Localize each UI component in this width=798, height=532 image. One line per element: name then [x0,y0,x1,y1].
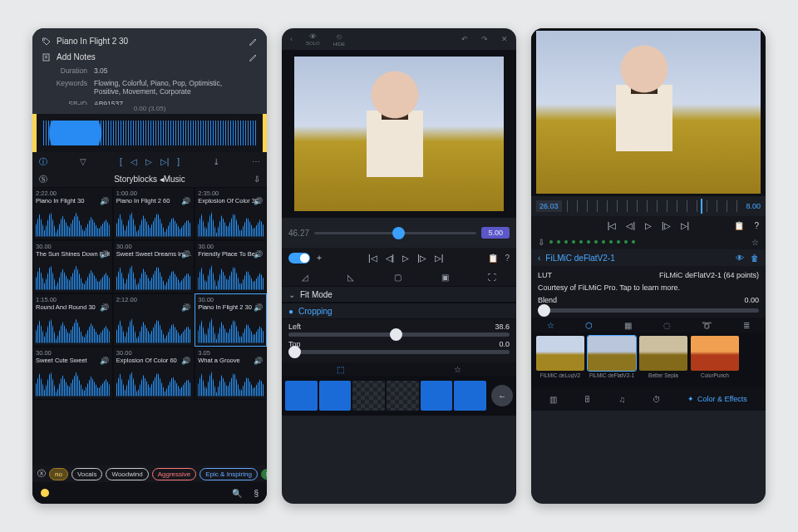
timeline-ruler[interactable]: 26.03 8.00 [531,196,766,216]
crop-tool-icon[interactable]: ⬚ [337,365,344,374]
layers-icon[interactable]: ≣ [743,321,750,330]
frame-thumb-empty[interactable] [387,381,419,411]
lut-header[interactable]: ‹ FiLMiC deFlatV2-1 👁 🗑 [531,249,766,266]
music-cell[interactable]: 2:35.00Explosion Of Color 30🔊 [195,187,267,240]
music-cell[interactable]: 30.00Sweet Sweet Dreams Ins...🔊 [113,240,195,293]
audio-icon[interactable]: ♫ [619,395,626,404]
info-icon[interactable]: ⓘ [39,156,47,168]
source-badge[interactable]: Ⓢ [39,174,47,185]
left-slider[interactable] [288,332,510,337]
aspect-icon[interactable]: ▣ [441,273,449,282]
music-grid[interactable]: 2:22.00Piano In Flight 30🔊 1:00.00Piano … [32,187,267,466]
mixer-icon[interactable]: 🎚 [584,395,592,404]
music-cell[interactable]: 30.00Sweet Cute Sweet🔊 [32,347,113,400]
chip[interactable]: Aggressive [152,468,197,480]
lut-thumbnails[interactable]: FiLMiC deLogV2 FiLMiC deFlatV2-1 Better … [531,332,766,387]
track-title-row[interactable]: Piano In Flight 2 30 [39,33,260,49]
flip-h-icon[interactable]: ◿ [302,273,308,282]
cube-icon[interactable]: ⬡ [585,321,593,330]
scrub-track[interactable] [314,232,476,234]
chip[interactable]: Vocals [71,468,103,480]
more-icon[interactable]: ⋯ [252,157,260,166]
frame-thumb[interactable] [285,381,318,411]
frame-thumb-empty[interactable] [352,381,385,411]
slider-thumb[interactable] [288,346,301,358]
speaker-icon[interactable]: 🔊 [254,303,263,312]
step-fwd-icon[interactable]: |▷ [662,221,671,230]
bracket-left-icon[interactable]: [ [120,157,122,166]
step-back-icon[interactable]: ◁| [626,221,635,230]
frame-thumb[interactable] [454,381,486,411]
video-preview[interactable] [282,50,516,218]
clipboard-icon[interactable]: 📋 [488,254,498,263]
color-effects-button[interactable]: ✦Color & Effects [687,395,747,403]
music-cell[interactable]: 1:15.00Round And Round 30🔊 [32,293,113,347]
play-icon[interactable]: ▷ [645,221,652,230]
speaker-icon[interactable]: 🔊 [254,197,263,205]
lut-thumb[interactable]: Better Sepia [639,336,687,378]
video-preview[interactable] [531,28,766,196]
back-icon[interactable]: ‹ [538,254,540,263]
flip-v-icon[interactable]: ◺ [347,273,354,282]
frame-thumb[interactable] [319,381,352,411]
search-icon[interactable]: 🔍 [232,489,242,498]
grid-icon[interactable]: ▦ [624,321,632,330]
redo-icon[interactable]: ↷ [481,35,488,43]
lut-thumb[interactable]: ColorPunch [691,336,739,378]
waveform-strip[interactable] [32,114,267,152]
step-fwd-icon[interactable]: |▷ [417,254,426,263]
download-icon[interactable]: ⤓ [213,157,219,166]
back-icon[interactable]: ‹ [290,35,293,43]
library-icon[interactable]: ▥ [549,395,557,404]
star-icon[interactable]: ☆ [751,238,759,247]
music-cell-selected[interactable]: 30.00Piano In Flight 2 30🔊 [195,293,267,347]
add-icon[interactable]: ＋ [315,252,323,264]
speaker-icon[interactable]: 🔊 [254,357,263,365]
speed-icon[interactable]: ⏱ [653,395,661,404]
clear-filter-icon[interactable]: ⓧ [37,468,46,480]
import-icon[interactable]: ⇩ [254,175,260,184]
top-slider[interactable] [288,350,510,354]
edit-notes-icon[interactable] [249,52,259,62]
loop-toggle[interactable] [288,253,310,264]
step-back-icon[interactable]: ◁| [386,254,395,263]
clipboard-icon[interactable]: 📋 [734,221,744,230]
speaker-icon[interactable]: 🔊 [100,357,109,365]
ruler-ticks[interactable] [567,200,741,212]
speaker-icon[interactable]: 🔊 [254,250,263,259]
eye-off-icon[interactable]: ⦸ [333,32,345,42]
skip-start-icon[interactable]: |◁ [608,221,617,230]
frame-thumb[interactable] [421,381,453,411]
music-cell[interactable]: 3.05What a Groove🔊 [195,347,267,400]
chip[interactable]: Happy & Upl [261,469,267,480]
speaker-icon[interactable]: 🔊 [181,303,190,312]
blend-slider[interactable] [538,308,759,313]
music-cell[interactable]: 30.00Explosion Of Color 60🔊 [113,347,195,400]
expand-icon[interactable]: ⛶ [488,273,496,282]
music-cell[interactable]: 30.00Friendly Place To Be🔊 [195,240,267,293]
cropping-row[interactable]: ● Cropping [282,303,516,319]
fit-icon[interactable]: ▢ [394,273,401,282]
chip[interactable]: Woodwind [106,468,148,480]
play-icon[interactable]: ▷ [145,157,152,166]
drop-icon[interactable]: ◌ [663,321,671,330]
skip-start-icon[interactable]: |◁ [368,254,377,263]
music-cell[interactable]: 1:00.00Piano In Flight 2 60🔊 [113,187,195,240]
courtesy-text[interactable]: Courtesy of FiLMiC Pro. Tap to learn mor… [538,283,680,292]
eye-icon[interactable]: 👁 [736,254,744,263]
bracket-right-icon[interactable]: ] [177,157,180,166]
help-icon[interactable]: ? [754,221,759,230]
eye-icon[interactable]: 👁 [306,32,320,41]
speaker-icon[interactable]: 🔊 [100,303,109,312]
speaker-icon[interactable]: 🔊 [181,250,190,259]
time-right[interactable]: 5.00 [481,227,510,239]
library-title[interactable]: Storyblocks ◂Music [114,175,185,184]
fit-mode-row[interactable]: ⌄ Fit Mode [282,286,516,303]
music-cell[interactable]: 2:12.00🔊 [113,293,195,347]
shield-icon[interactable]: ▽ [80,157,86,166]
music-cell[interactable]: 30.00The Sun Shines Down Full🔊 [32,240,113,293]
lut-thumb[interactable]: FiLMiC deLogV2 [536,336,584,378]
help-icon[interactable]: ? [505,254,510,263]
frame-strip[interactable]: ← [282,376,516,416]
spiral-icon[interactable]: ➰ [702,321,712,330]
